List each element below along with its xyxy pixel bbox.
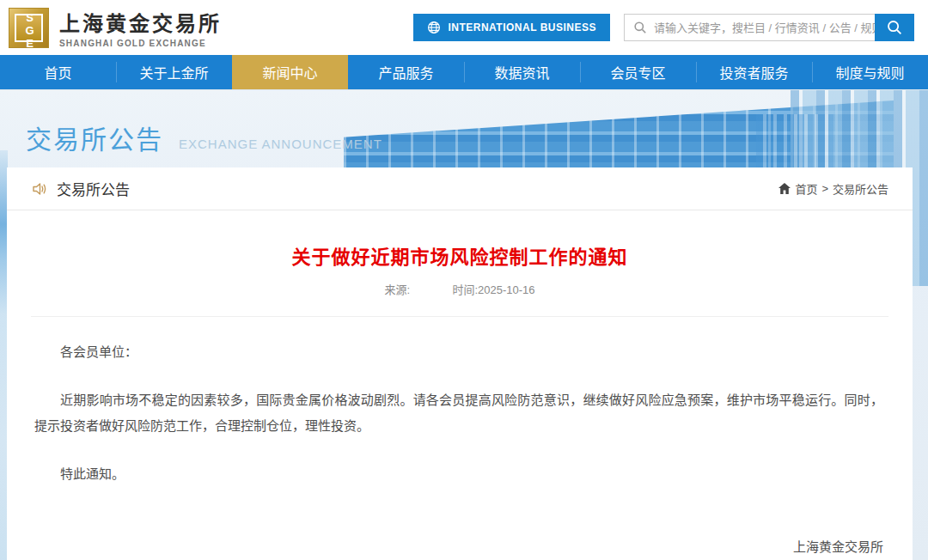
brand-text: 上海黄金交易所 SHANGHAI GOLD EXCHANGE [59, 7, 222, 48]
nav-item-rules[interactable]: 制度与规则 [812, 55, 928, 89]
banner-titles: 交易所公告 EXCHANGE ANNOUNCEMENT [26, 119, 382, 156]
sge-logo-icon: SGE [9, 8, 49, 48]
article-time-label: 时间: [452, 283, 478, 296]
search-button-icon [886, 19, 903, 36]
nav-item-about[interactable]: 关于上金所 [116, 55, 232, 89]
article-paragraph: 特此通知。 [34, 461, 883, 487]
section-header: 交易所公告 首页 > 交易所公告 [7, 167, 913, 210]
article-meta: 来源: 时间:2025-10-16 [7, 281, 913, 297]
top-right-tools: INTERNATIONAL BUSINESS [413, 14, 914, 41]
brand-name-cn: 上海黄金交易所 [59, 7, 222, 37]
article-paragraph: 各会员单位： [34, 339, 883, 365]
article-time-value: 2025-10-16 [478, 283, 535, 296]
nav-item-products-services[interactable]: 产品服务 [348, 55, 464, 89]
search-button[interactable] [875, 14, 914, 41]
nav-item-investor-services[interactable]: 投资者服务 [696, 55, 812, 89]
nav-item-home[interactable]: 首页 [0, 55, 116, 89]
content-card: 交易所公告 首页 > 交易所公告 关于做好近期市场风险控制工作的通知 来源: 时… [7, 167, 913, 560]
article-body: 各会员单位： 近期影响市场不稳定的因素较多，国际贵金属价格波动剧烈。请各会员提高… [7, 317, 913, 487]
international-business-button[interactable]: INTERNATIONAL BUSINESS [413, 14, 610, 41]
top-bar: SGE 上海黄金交易所 SHANGHAI GOLD EXCHANGE INTER… [0, 0, 928, 55]
brand-logo[interactable]: SGE 上海黄金交易所 SHANGHAI GOLD EXCHANGE [9, 7, 222, 48]
article-signature: 上海黄金交易所 [7, 537, 913, 555]
nav-item-news-center[interactable]: 新闻中心 [232, 55, 348, 89]
article-paragraph: 近期影响市场不稳定的因素较多，国际贵金属价格波动剧烈。请各会员提高风险防范意识，… [34, 387, 883, 439]
breadcrumb-current: 交易所公告 [833, 180, 888, 197]
banner-title-en: EXCHANGE ANNOUNCEMENT [179, 137, 382, 151]
search-input[interactable] [654, 15, 876, 40]
breadcrumb-home-link[interactable]: 首页 [795, 180, 817, 197]
nav-item-data-info[interactable]: 数据资讯 [464, 55, 580, 89]
section-title: 交易所公告 [57, 178, 130, 199]
breadcrumb: 首页 > 交易所公告 [778, 180, 888, 197]
globe-icon [427, 21, 441, 34]
nav-item-member-zone[interactable]: 会员专区 [580, 55, 696, 89]
international-business-label: INTERNATIONAL BUSINESS [448, 21, 596, 33]
brand-name-en: SHANGHAI GOLD EXCHANGE [59, 39, 222, 48]
logo-acronym: SGE [24, 11, 36, 46]
speaker-icon [31, 180, 48, 198]
article-source-label: 来源: [385, 283, 411, 296]
breadcrumb-separator: > [821, 182, 828, 195]
home-icon [778, 183, 791, 194]
banner-title-cn: 交易所公告 [26, 119, 163, 156]
search-icon [625, 21, 654, 34]
main-nav: 首页 关于上金所 新闻中心 产品服务 数据资讯 会员专区 投资者服务 制度与规则 [0, 55, 928, 89]
article-title: 关于做好近期市场风险控制工作的通知 [7, 241, 913, 269]
search-bar [624, 14, 914, 41]
